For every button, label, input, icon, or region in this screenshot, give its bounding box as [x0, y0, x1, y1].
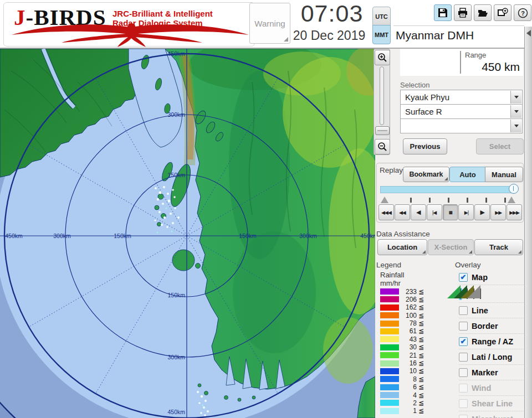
overlay-item-label: Shear Line — [472, 399, 513, 408]
svg-text:450km: 450km — [5, 233, 23, 239]
fast-rewind-button[interactable]: ◀◀◀ — [378, 204, 394, 220]
legend-color-swatch — [380, 328, 399, 334]
timeline-start-marker[interactable] — [381, 197, 388, 203]
magnifier-minus-icon — [377, 142, 387, 152]
add-image-button[interactable] — [494, 4, 511, 21]
zoom-out-button[interactable] — [375, 139, 390, 154]
checkbox-icon[interactable] — [459, 306, 468, 315]
legend-row: 162≦ — [380, 305, 424, 311]
legend-value: 162 — [400, 303, 417, 311]
radar-map-canvas[interactable]: 450km 300km 150km 150km 300km 450km 450k… — [0, 49, 375, 418]
checkbox-icon[interactable] — [459, 368, 468, 377]
help-button[interactable]: ? — [514, 4, 531, 21]
product-dropdown-arrow-button[interactable] — [510, 105, 521, 118]
replay-timeline-slider[interactable] — [380, 186, 515, 193]
overlay-item-line[interactable]: Line — [459, 302, 525, 318]
bookmark-button[interactable]: Bookmark — [403, 167, 449, 182]
location-corner-arrow — [422, 250, 426, 254]
skip-to-start-button[interactable]: |◀ — [427, 204, 442, 220]
range-value: 450 km — [482, 60, 520, 74]
lte-symbol: ≦ — [418, 352, 424, 359]
fast-forward-button[interactable]: ▶▶ — [490, 204, 506, 220]
site-dropdown-arrow-button[interactable] — [510, 91, 521, 104]
extra-dropdown[interactable] — [400, 118, 523, 133]
legend-value: 2 — [400, 399, 417, 407]
save-button[interactable] — [434, 4, 452, 21]
timeline-tick — [410, 198, 412, 203]
manual-mode-button[interactable]: Manual — [485, 167, 523, 182]
lte-symbol: ≦ — [418, 303, 424, 311]
fastest-forward-button[interactable]: ▶▶▶ — [507, 204, 522, 220]
panel-divider — [393, 25, 524, 26]
overlay-item-label: Lati / Long — [472, 353, 512, 362]
clock-time: 07:03 — [290, 0, 374, 27]
auto-mode-button[interactable]: Auto — [449, 167, 486, 182]
overlay-item-wind: Wind — [459, 380, 525, 395]
chevron-down-icon — [514, 110, 519, 113]
legend-color-swatch — [380, 384, 399, 390]
panel-edge-scrollbar[interactable] — [524, 27, 532, 418]
overlay-item-border[interactable]: Border — [459, 318, 525, 333]
map-style-option-4[interactable] — [479, 288, 482, 300]
xsection-button[interactable]: X-Section — [428, 239, 474, 255]
checkbox-checked-icon[interactable]: ✔ — [459, 337, 468, 346]
checkbox-icon[interactable] — [459, 322, 468, 331]
svg-text:300km: 300km — [299, 233, 317, 239]
svg-text:150km: 150km — [239, 233, 257, 239]
overlay-item-marker[interactable]: Marker — [459, 364, 525, 380]
legend-value: 30 — [400, 343, 417, 351]
overlay-item-label: Map — [472, 273, 488, 282]
legend-row: 16≦ — [380, 360, 424, 367]
legend-value: 78 — [400, 319, 417, 327]
overlay-item-range-az[interactable]: ✔ Range / AZ — [459, 333, 525, 349]
open-folder-icon — [478, 8, 488, 18]
checkbox-icon[interactable] — [459, 353, 468, 362]
timeline-tick — [429, 198, 431, 203]
replay-slider-thumb[interactable] — [509, 184, 519, 194]
mmt-toggle-button[interactable]: MMT — [372, 25, 391, 44]
previous-button[interactable]: Previous — [403, 138, 447, 154]
lte-symbol: ≦ — [418, 383, 424, 391]
site-dropdown[interactable]: Kyauk Phyu — [400, 90, 523, 105]
product-dropdown[interactable]: Surface R — [400, 104, 523, 119]
play-button[interactable]: ▶ — [474, 204, 490, 220]
checkbox-checked-icon[interactable]: ✔ — [459, 273, 468, 282]
legend-row: 6≦ — [380, 384, 424, 390]
utc-toggle-button[interactable]: UTC — [372, 7, 391, 26]
timeline-tick — [467, 198, 468, 203]
svg-text:150km: 150km — [167, 292, 185, 298]
overlay-item-label: Line — [472, 306, 488, 315]
play-backward-button[interactable]: ◀ — [411, 204, 426, 220]
chevron-down-icon — [514, 96, 519, 99]
stop-button[interactable]: ■ — [443, 204, 458, 220]
location-button[interactable]: Location — [377, 239, 427, 255]
collapse-panel-arrow-icon[interactable] — [526, 30, 531, 37]
lte-symbol: ≦ — [418, 336, 424, 343]
skip-to-end-button[interactable]: ▶| — [458, 204, 474, 220]
open-file-button[interactable] — [474, 4, 492, 21]
rainfall-legend: 233≦ 206≦ 162≦ 100≦ 78≦ 61≦ 43≦ 30≦ 21≦ … — [380, 288, 424, 416]
legend-color-swatch — [380, 376, 399, 382]
timeline-tick — [448, 198, 449, 203]
extra-dropdown-arrow-button[interactable] — [510, 120, 521, 132]
zoom-slider-thumb[interactable] — [375, 126, 390, 135]
timeline-end-marker[interactable] — [508, 197, 515, 203]
overlay-item-map[interactable]: ✔ Map — [459, 270, 525, 285]
select-button[interactable]: Select — [476, 138, 524, 154]
lte-symbol: ≦ — [418, 359, 424, 367]
overlay-item-lati-long[interactable]: Lati / Long — [459, 349, 525, 364]
zoom-in-button[interactable] — [375, 50, 390, 65]
zoom-slider-track[interactable] — [380, 66, 384, 125]
legend-value: 233 — [400, 288, 417, 296]
legend-row: 10≦ — [380, 368, 424, 374]
jbirds-logo: J-BIRDS JRC-Brilliant & Intelligent Rada… — [3, 2, 255, 47]
track-button[interactable]: Track — [474, 239, 523, 255]
print-button[interactable] — [454, 4, 472, 21]
rewind-button[interactable]: ◀◀ — [395, 204, 410, 220]
legend-row: 4≦ — [380, 392, 424, 398]
radar-map-svg: 450km 300km 150km 150km 300km 450km 450k… — [0, 49, 375, 418]
checkbox-disabled-icon — [459, 384, 468, 393]
product-dropdown-value: Surface R — [405, 107, 442, 116]
legend-color-swatch — [380, 392, 399, 398]
range-label: Range — [465, 51, 486, 59]
